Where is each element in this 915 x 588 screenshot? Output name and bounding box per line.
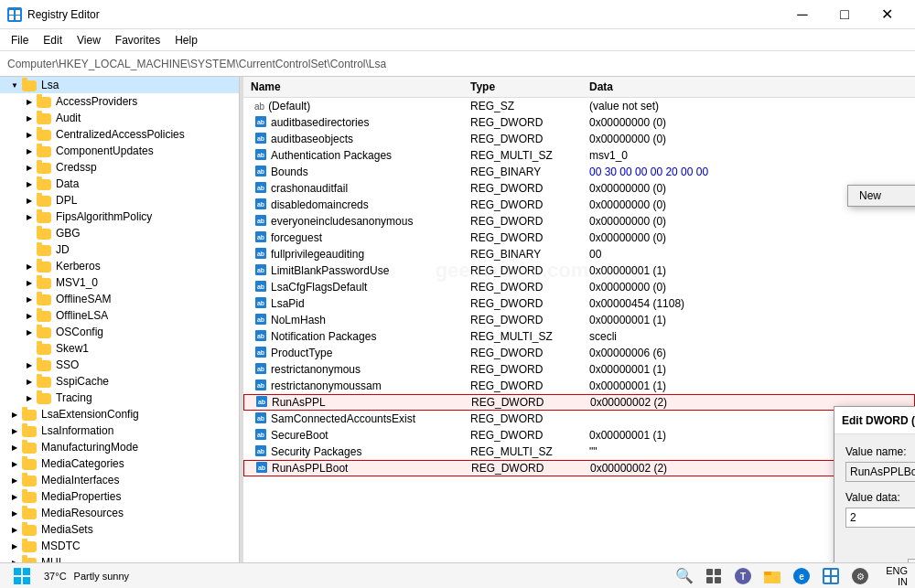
table-row[interactable]: ab SecureBoot REG_DWORD 0x00000001 (1) bbox=[243, 427, 915, 444]
tree-item-sspicache[interactable]: ▶ SspiCache bbox=[0, 373, 239, 390]
context-menu-new[interactable]: New ▶ bbox=[848, 186, 915, 206]
expand-toggle[interactable]: ▶ bbox=[22, 131, 37, 139]
start-button[interactable] bbox=[7, 563, 37, 589]
expand-toggle[interactable]: ▶ bbox=[22, 295, 37, 304]
expand-toggle[interactable]: ▶ bbox=[7, 460, 22, 468]
table-row[interactable]: ab Notification Packages REG_MULTI_SZ sc… bbox=[243, 328, 915, 345]
tree-item-gbg[interactable]: GBG bbox=[0, 225, 239, 241]
table-row-runaspplboot[interactable]: ab RunAsPPLBoot REG_DWORD 0x00000002 (2) bbox=[243, 460, 915, 476]
tree-item-offlinelsa[interactable]: ▶ OfflineLSA bbox=[0, 307, 239, 324]
table-row[interactable]: ab SamConnectedAccountsExist REG_DWORD bbox=[243, 411, 915, 427]
expand-toggle[interactable]: ▶ bbox=[22, 197, 37, 205]
expand-toggle[interactable]: ▶ bbox=[7, 493, 22, 501]
table-row[interactable]: ab auditbasedirectories REG_DWORD 0x0000… bbox=[243, 114, 915, 131]
tree-item-dpl[interactable]: ▶ DPL bbox=[0, 192, 239, 208]
ok-button[interactable]: OK bbox=[908, 559, 915, 562]
table-row[interactable]: ab everyoneincludesanonymous REG_DWORD 0… bbox=[243, 213, 915, 230]
tree-item-mediainterfaces[interactable]: ▶ MediaInterfaces bbox=[0, 472, 239, 488]
expand-toggle[interactable]: ▶ bbox=[22, 394, 37, 402]
tree-item-credssp[interactable]: ▶ Credssp bbox=[0, 159, 239, 176]
tree-item-audit[interactable]: ▶ Audit bbox=[0, 110, 239, 126]
expand-toggle[interactable]: ▶ bbox=[22, 114, 37, 123]
menu-view[interactable]: View bbox=[70, 32, 108, 48]
tree-item-offlinesam[interactable]: ▶ OfflineSAM bbox=[0, 291, 239, 307]
expand-toggle[interactable]: ▶ bbox=[22, 279, 37, 287]
tree-item-kerberos[interactable]: ▶ Kerberos bbox=[0, 258, 239, 274]
table-row[interactable]: ab restrictanonymoussam REG_DWORD 0x0000… bbox=[243, 378, 915, 394]
table-row[interactable]: ab LimitBlankPasswordUse REG_DWORD 0x000… bbox=[243, 262, 915, 279]
edge-button[interactable]: e bbox=[791, 565, 813, 587]
settings-taskbar-button[interactable]: ⚙ bbox=[849, 565, 871, 587]
expand-toggle[interactable]: ▶ bbox=[7, 444, 22, 452]
expand-toggle[interactable]: ▶ bbox=[7, 542, 22, 551]
tree-item-lsaextensionconfig[interactable]: ▶ LsaExtensionConfig bbox=[0, 406, 239, 422]
tree-item-data[interactable]: ▶ Data bbox=[0, 176, 239, 192]
expand-toggle[interactable]: ▶ bbox=[22, 213, 37, 221]
tree-item-msv1_0[interactable]: ▶ MSV1_0 bbox=[0, 274, 239, 291]
maximize-button[interactable]: □ bbox=[824, 0, 866, 29]
tree-item-lsainformation[interactable]: ▶ LsaInformation bbox=[0, 422, 239, 439]
file-explorer-button[interactable] bbox=[761, 565, 783, 587]
tree-item-tracing[interactable]: ▶ Tracing bbox=[0, 390, 239, 406]
expand-toggle[interactable]: ▶ bbox=[7, 427, 22, 435]
expand-toggle[interactable]: ▶ bbox=[7, 476, 22, 485]
tree-item-mediasets[interactable]: ▶ MediaSets bbox=[0, 521, 239, 538]
table-row[interactable]: ab fullprivilegeauditing REG_BINARY 00 bbox=[243, 246, 915, 262]
table-row[interactable]: ab NoLmHash REG_DWORD 0x00000001 (1) bbox=[243, 312, 915, 328]
expand-toggle[interactable]: ▶ bbox=[22, 328, 37, 337]
tree-item-mui[interactable]: ▶ MUI bbox=[0, 554, 239, 562]
tree-item-jd[interactable]: JD bbox=[0, 241, 239, 258]
tree-item-osconfig[interactable]: ▶ OSConfig bbox=[0, 324, 239, 340]
table-row[interactable]: ab Security Packages REG_MULTI_SZ "" bbox=[243, 444, 915, 460]
table-row[interactable]: ab Bounds REG_BINARY 00 30 00 00 00 20 0… bbox=[243, 164, 915, 180]
expand-toggle[interactable]: ▶ bbox=[7, 509, 22, 518]
table-row[interactable]: ab crashonauditfail REG_DWORD 0x00000000… bbox=[243, 180, 915, 197]
menu-file[interactable]: File bbox=[4, 32, 36, 48]
expand-toggle[interactable]: ▶ bbox=[22, 147, 37, 155]
teams-button[interactable]: T bbox=[732, 565, 754, 587]
tree-item-componentupdates[interactable]: ▶ ComponentUpdates bbox=[0, 143, 239, 159]
search-taskbar-button[interactable]: 🔍 bbox=[673, 565, 695, 587]
expand-toggle[interactable]: ▶ bbox=[22, 98, 37, 106]
expand-toggle[interactable]: ▶ bbox=[22, 378, 37, 386]
tree-item-fipsalgorithmpolicy[interactable]: ▶ FipsAlgorithmPolicy bbox=[0, 208, 239, 225]
taskview-button[interactable] bbox=[703, 565, 725, 587]
tree-item-sso[interactable]: ▶ SSO bbox=[0, 357, 239, 373]
expand-toggle[interactable]: ▶ bbox=[22, 312, 37, 320]
table-row[interactable]: ab auditbaseobjects REG_DWORD 0x00000000… bbox=[243, 131, 915, 147]
close-button[interactable]: ✕ bbox=[866, 0, 908, 29]
table-row-runasppl[interactable]: ab RunAsPPL REG_DWORD 0x00000002 (2) bbox=[243, 394, 915, 411]
menu-help[interactable]: Help bbox=[167, 32, 205, 48]
tree-item-centralizedaccesspolicies[interactable]: ▶ CentralizedAccessPolicies bbox=[0, 126, 239, 143]
table-row[interactable]: ab LsaPid REG_DWORD 0x00000454 (1108) bbox=[243, 295, 915, 312]
expand-toggle[interactable]: ▶ bbox=[7, 411, 22, 419]
table-row[interactable]: ab ProductType REG_DWORD 0x00000006 (6) bbox=[243, 345, 915, 361]
tree-panel[interactable]: ▼ Lsa ▶ AccessProviders ▶ Audit ▶ Centra… bbox=[0, 77, 240, 562]
expand-toggle[interactable]: ▼ bbox=[7, 81, 22, 90]
table-row[interactable]: ab (Default) REG_SZ (value not set) bbox=[243, 98, 915, 114]
tree-item-mediacategories[interactable]: ▶ MediaCategories bbox=[0, 455, 239, 472]
tree-item-mediaresources[interactable]: ▶ MediaResources bbox=[0, 505, 239, 521]
tree-item-mediaproperties[interactable]: ▶ MediaProperties bbox=[0, 488, 239, 505]
registry-taskbar-button[interactable] bbox=[820, 565, 842, 587]
expand-toggle[interactable]: ▶ bbox=[22, 262, 37, 271]
minimize-button[interactable]: ─ bbox=[781, 0, 824, 29]
value-name-input[interactable] bbox=[845, 462, 915, 482]
expand-toggle[interactable]: ▶ bbox=[22, 361, 37, 369]
expand-toggle[interactable]: ▶ bbox=[22, 180, 37, 188]
tree-item-accessproviders[interactable]: ▶ AccessProviders bbox=[0, 93, 239, 110]
menu-favorites[interactable]: Favorites bbox=[108, 32, 167, 48]
tree-item-lsa[interactable]: ▼ Lsa bbox=[0, 77, 239, 93]
table-row[interactable]: ab LsaCfgFlagsDefault REG_DWORD 0x000000… bbox=[243, 279, 915, 295]
menu-edit[interactable]: Edit bbox=[36, 32, 70, 48]
table-row[interactable]: ab disabledomaincreds REG_DWORD 0x000000… bbox=[243, 197, 915, 213]
expand-toggle[interactable]: ▶ bbox=[7, 526, 22, 534]
table-row[interactable]: ab restrictanonymous REG_DWORD 0x0000000… bbox=[243, 361, 915, 378]
tree-item-skew1[interactable]: Skew1 bbox=[0, 340, 239, 357]
table-row[interactable]: ab Authentication Packages REG_MULTI_SZ … bbox=[243, 147, 915, 164]
tree-item-msdtc[interactable]: ▶ MSDTC bbox=[0, 538, 239, 554]
expand-toggle[interactable]: ▶ bbox=[22, 164, 37, 172]
table-row[interactable]: ab forceguest REG_DWORD 0x00000000 (0) bbox=[243, 230, 915, 246]
value-data-input[interactable] bbox=[845, 508, 915, 528]
tree-item-manufacturingmode[interactable]: ▶ ManufacturingMode bbox=[0, 439, 239, 455]
